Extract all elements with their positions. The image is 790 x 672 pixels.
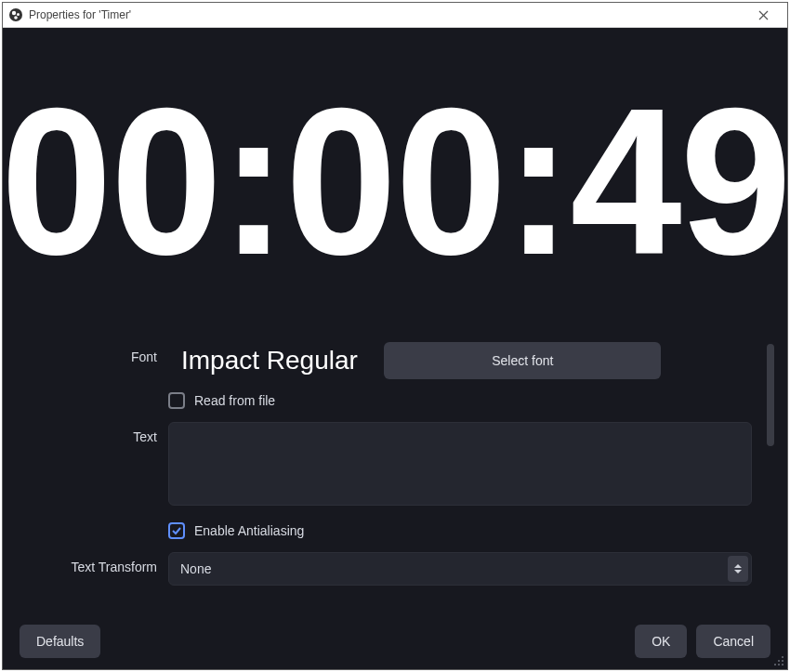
read-from-file-label: Read from file bbox=[194, 393, 275, 408]
text-label: Text bbox=[20, 422, 168, 444]
defaults-button[interactable]: Defaults bbox=[20, 625, 100, 658]
timer-preview-text: 00:00:49 bbox=[3, 77, 787, 286]
font-preview: Impact Regular bbox=[168, 342, 371, 379]
enable-antialiasing-checkbox[interactable] bbox=[168, 522, 185, 539]
close-icon bbox=[758, 10, 769, 20]
enable-antialiasing-label: Enable Antialiasing bbox=[194, 523, 304, 538]
text-row: Text bbox=[20, 422, 770, 509]
read-from-file-checkbox[interactable] bbox=[168, 392, 185, 409]
properties-dialog: Properties for 'Timer' 00:00:49 Font Imp… bbox=[2, 2, 788, 670]
select-stepper[interactable] bbox=[728, 556, 748, 582]
text-transform-row: Text Transform None bbox=[20, 552, 770, 586]
check-icon bbox=[171, 525, 182, 536]
dialog-content: 00:00:49 Font Impact Regular Select font… bbox=[3, 28, 787, 669]
cancel-button[interactable]: Cancel bbox=[696, 625, 770, 658]
text-transform-label: Text Transform bbox=[20, 552, 168, 574]
enable-antialiasing-row: Enable Antialiasing bbox=[168, 522, 770, 539]
chevron-down-icon bbox=[734, 570, 742, 573]
text-transform-select[interactable]: None bbox=[168, 552, 752, 586]
app-icon bbox=[8, 7, 23, 22]
read-from-file-row: Read from file bbox=[168, 392, 770, 409]
source-preview: 00:00:49 bbox=[3, 28, 787, 325]
svg-point-1 bbox=[12, 11, 16, 15]
properties-panel: Font Impact Regular Select font Read fro… bbox=[3, 325, 787, 613]
select-font-button[interactable]: Select font bbox=[384, 342, 661, 379]
svg-point-3 bbox=[14, 16, 18, 20]
text-input[interactable] bbox=[168, 422, 752, 506]
resize-grip[interactable] bbox=[773, 655, 784, 666]
dialog-footer: Defaults OK Cancel bbox=[3, 613, 787, 669]
svg-point-2 bbox=[17, 13, 20, 16]
window-title: Properties for 'Timer' bbox=[29, 8, 744, 21]
svg-point-0 bbox=[9, 8, 22, 21]
titlebar: Properties for 'Timer' bbox=[3, 3, 787, 28]
properties-scrollbar[interactable] bbox=[767, 344, 774, 604]
scrollbar-thumb[interactable] bbox=[767, 344, 774, 446]
chevron-up-icon bbox=[734, 564, 742, 568]
close-button[interactable] bbox=[744, 3, 782, 27]
font-row: Font Impact Regular Select font bbox=[20, 342, 770, 379]
text-transform-value: None bbox=[180, 561, 211, 576]
font-label: Font bbox=[20, 342, 168, 364]
font-field: Impact Regular Select font bbox=[168, 342, 752, 379]
ok-button[interactable]: OK bbox=[635, 625, 687, 658]
